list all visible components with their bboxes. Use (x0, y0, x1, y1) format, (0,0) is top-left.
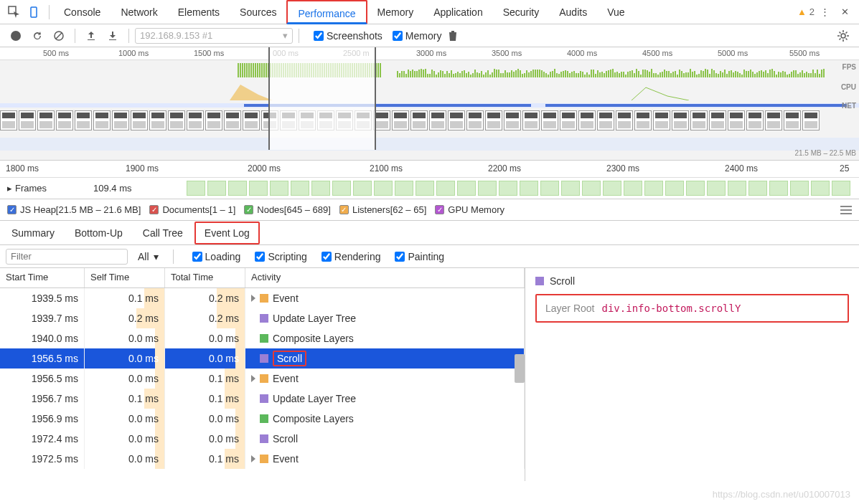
table-body: 1939.5 ms0.1 ms0.2 msEvent1939.7 ms0.2 m… (0, 288, 525, 469)
activity-color-icon (260, 434, 268, 443)
warnings-badge[interactable]: ▲ 2 (797, 6, 815, 17)
dtick: 2100 ms (370, 163, 403, 173)
subtab-summary[interactable]: Summary (3, 223, 63, 243)
table-row[interactable]: 1956.5 ms0.0 ms0.1 msEvent (0, 369, 525, 389)
inspect-icon[interactable] (4, 2, 24, 22)
separator (49, 5, 50, 19)
warning-count: 2 (809, 6, 815, 17)
frames-label: Frames (15, 183, 47, 194)
tick: 1500 ms (194, 49, 224, 57)
net-label: NET (842, 102, 856, 110)
chk-scripting[interactable]: Scripting (255, 251, 306, 262)
tab-sources[interactable]: Sources (230, 0, 286, 24)
table-row[interactable]: 1939.5 ms0.1 ms0.2 msEvent (0, 288, 525, 308)
reload-icon[interactable] (27, 26, 47, 46)
chk-loading[interactable]: Loading (192, 251, 241, 262)
col-total[interactable]: Total Time (165, 268, 245, 287)
tick: 3000 ms (416, 49, 446, 57)
overview-timeline[interactable]: 500 ms 1000 ms 1500 ms 000 ms 2500 m 300… (0, 47, 859, 161)
detail-code: div.info-bottom.scrollY (601, 303, 741, 314)
kebab-icon[interactable]: ⋮ (815, 2, 835, 22)
mem-listeners[interactable]: ✓Listeners[62 – 65] (339, 204, 426, 215)
subtab-eventlog[interactable]: Event Log (194, 222, 260, 244)
frames-row[interactable]: ▸ Frames 109.4 ms (0, 178, 859, 199)
table-row[interactable]: 1972.5 ms0.0 ms0.1 msEvent (0, 449, 525, 469)
activity-color-icon (260, 455, 268, 463)
col-self[interactable]: Self Time (85, 268, 165, 287)
dtick: 2400 ms (725, 163, 758, 173)
tab-vue[interactable]: Vue (597, 0, 634, 24)
subtab-calltree[interactable]: Call Tree (134, 223, 192, 243)
detail-ruler: 1800 ms 1900 ms 2000 ms 2100 ms 2200 ms … (0, 161, 859, 178)
record-button[interactable] (6, 26, 26, 46)
table-row[interactable]: 1940.0 ms0.0 ms0.0 msComposite Layers (0, 328, 525, 348)
device-icon[interactable] (24, 2, 44, 22)
tab-console[interactable]: Console (54, 0, 111, 24)
chk-painting[interactable]: Painting (395, 251, 444, 262)
selection-window[interactable] (268, 47, 376, 150)
table-row[interactable]: 1956.7 ms0.1 ms0.1 msUpdate Layer Tree (0, 389, 525, 409)
recording-selector[interactable]: 192.168.9.153 #1 ▾ (135, 28, 293, 44)
col-start[interactable]: Start Time (0, 268, 85, 287)
tab-performance[interactable]: Performance (286, 0, 367, 24)
download-icon[interactable] (103, 26, 123, 46)
detail-label: Layer Root (545, 303, 594, 314)
separator (128, 29, 129, 43)
upload-icon[interactable] (81, 26, 101, 46)
screenshots-checkbox[interactable]: Screenshots (314, 30, 382, 42)
table-row[interactable]: 1956.5 ms0.0 ms0.0 msScroll (0, 348, 525, 369)
chk-label: Painting (408, 251, 444, 262)
tab-audits[interactable]: Audits (549, 0, 597, 24)
col-activity[interactable]: Activity (245, 268, 525, 287)
tab-memory[interactable]: Memory (367, 0, 424, 24)
fps-label: FPS (842, 63, 856, 71)
subtab-bottomup[interactable]: Bottom-Up (66, 223, 131, 243)
separator (173, 249, 174, 264)
cpu-label: CPU (841, 83, 856, 91)
mem-label: Nodes[645 – 689] (257, 204, 331, 215)
chk-label: Rendering (334, 251, 381, 262)
table-row[interactable]: 1956.9 ms0.0 ms0.0 msComposite Layers (0, 409, 525, 429)
svg-line-3 (56, 33, 62, 39)
tab-application[interactable]: Application (423, 0, 493, 24)
activity-color-icon (260, 294, 268, 303)
menu-icon[interactable] (840, 206, 852, 214)
tick: 500 ms (43, 49, 69, 57)
expand-icon (251, 375, 255, 382)
expand-icon (251, 395, 255, 402)
frames-bars (187, 178, 859, 199)
frames-value: 109.4 ms (93, 183, 187, 194)
activity-color-icon (260, 414, 268, 423)
screenshots-label: Screenshots (327, 30, 382, 42)
table-row[interactable]: 1939.7 ms0.2 ms0.2 msUpdate Layer Tree (0, 308, 525, 328)
tab-elements[interactable]: Elements (168, 0, 230, 24)
fps-lane (0, 60, 859, 77)
mem-gpu[interactable]: ✓GPU Memory (435, 204, 504, 215)
gear-icon[interactable] (833, 26, 853, 46)
close-icon[interactable]: ✕ (835, 2, 855, 22)
heap-lane (0, 138, 859, 151)
activity-name: Composite Layers (273, 413, 354, 424)
mem-documents[interactable]: ✓Documents[1 – 1] (149, 204, 235, 215)
separator (299, 29, 299, 43)
svg-rect-1 (31, 7, 37, 17)
tab-security[interactable]: Security (493, 0, 550, 24)
chk-rendering[interactable]: Rendering (321, 251, 381, 262)
scrollbar-thumb[interactable] (515, 354, 525, 383)
table-row[interactable]: 1972.4 ms0.0 ms0.0 msScroll (0, 429, 525, 449)
heap-range: 21.5 MB – 22.5 MB (794, 149, 856, 157)
filter-input[interactable] (6, 249, 128, 265)
event-log-table: Start Time Self Time Total Time Activity… (0, 268, 525, 481)
activity-name: Event (273, 453, 299, 465)
activity-name: Composite Layers (273, 333, 354, 344)
trash-icon[interactable] (443, 26, 463, 46)
tick: 5000 ms (718, 49, 748, 57)
filter-select[interactable]: All▾ (133, 251, 163, 262)
mem-jsheap[interactable]: ✓JS Heap[21.5 MB – 21.6 MB] (7, 204, 141, 215)
mem-nodes[interactable]: ✓Nodes[645 – 689] (244, 204, 331, 215)
clear-icon[interactable] (49, 26, 69, 46)
tab-network[interactable]: Network (111, 0, 167, 24)
chevron-down-icon: ▾ (283, 30, 288, 41)
cpu-lane (0, 80, 859, 100)
memory-checkbox[interactable]: Memory (393, 30, 442, 42)
